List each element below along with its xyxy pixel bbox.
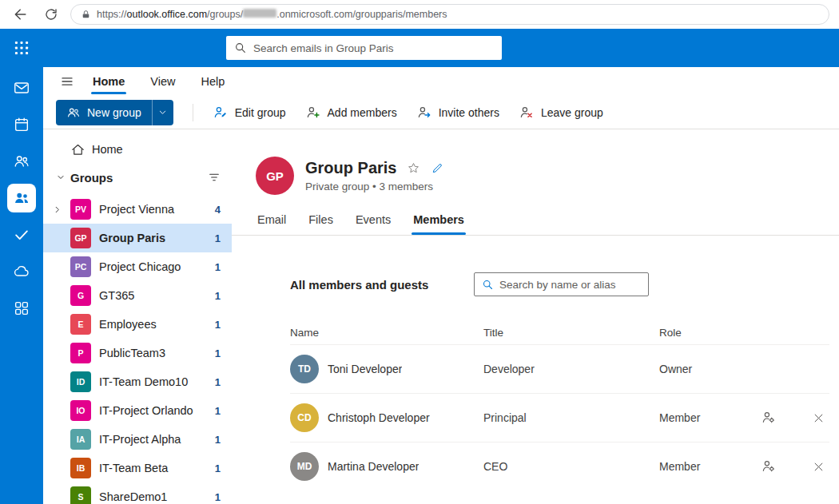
browser-refresh-button[interactable] <box>40 3 62 26</box>
rail-calendar-button[interactable] <box>7 110 36 139</box>
group-list-item[interactable]: GP Group Paris 1 <box>43 224 232 252</box>
tab-email[interactable]: Email <box>246 206 297 235</box>
rail-mail-button[interactable] <box>7 73 36 102</box>
remove-member-button[interactable] <box>809 457 828 476</box>
rail-onedrive-button[interactable] <box>7 257 36 286</box>
menu-item-view[interactable]: View <box>137 67 188 96</box>
member-role: Member <box>659 411 757 424</box>
group-name: IT-Team Demo10 <box>99 375 215 388</box>
leave-group-label: Leave group <box>541 106 603 119</box>
url-path-suffix: .onmicrosoft.com/groupparis/members <box>276 9 447 20</box>
member-row[interactable]: CD Christoph Developer Principal Member <box>290 393 829 442</box>
url-redacted-segment <box>243 9 276 18</box>
toolbar-divider <box>193 104 193 121</box>
member-name: Toni Developer <box>328 363 402 375</box>
tab-events[interactable]: Events <box>344 206 402 235</box>
chevron-right-icon[interactable] <box>50 205 64 214</box>
group-unread-count: 1 <box>215 319 221 331</box>
group-list-item[interactable]: PV Project Vienna 4 <box>43 195 232 224</box>
members-heading: All members and guests <box>290 278 474 292</box>
member-name: Martina Developer <box>328 460 419 473</box>
group-unread-count: 1 <box>215 290 221 302</box>
groups-header-label: Groups <box>70 171 113 185</box>
group-list-item[interactable]: PC Project Chicago 1 <box>43 252 232 281</box>
rail-people-button[interactable] <box>7 147 36 176</box>
member-row-actions <box>757 457 829 476</box>
search-icon <box>482 279 494 291</box>
chevron-down-icon <box>158 108 167 117</box>
menu-bar: Home View Help <box>43 67 839 96</box>
filter-groups-button[interactable] <box>208 171 221 184</box>
member-search-box[interactable] <box>474 272 649 296</box>
refresh-icon <box>44 7 58 22</box>
add-members-button[interactable]: Add members <box>305 105 397 121</box>
new-group-button[interactable]: New group <box>56 100 152 125</box>
rail-groups-button[interactable] <box>7 184 36 212</box>
group-list-item[interactable]: S ShareDemo1 1 <box>43 482 232 504</box>
group-list-item[interactable]: P PublicTeam3 1 <box>43 339 232 367</box>
group-list-item[interactable]: E Employees 1 <box>43 310 232 339</box>
hamburger-menu-button[interactable] <box>54 69 80 94</box>
groups-list: PV Project Vienna 4 GP Group Paris <box>43 195 232 504</box>
group-unread-count: 1 <box>215 462 221 474</box>
member-role-settings-button[interactable] <box>759 457 778 476</box>
group-avatar: GP <box>70 228 91 248</box>
url-domain: outlook.office.com <box>127 9 208 20</box>
group-list-item[interactable]: IA IT-Project Alpha 1 <box>43 425 232 454</box>
edit-group-name-button[interactable] <box>431 162 443 175</box>
new-group-dropdown-button[interactable] <box>152 100 173 125</box>
close-icon <box>813 412 825 424</box>
star-icon <box>407 161 420 175</box>
group-list-item[interactable]: G GT365 1 <box>43 281 232 310</box>
calendar-icon <box>13 116 30 133</box>
home-icon <box>70 142 85 157</box>
edit-group-button[interactable]: Edit group <box>213 105 286 121</box>
global-search-box[interactable] <box>226 36 502 60</box>
leave-group-button[interactable]: Leave group <box>519 105 603 121</box>
group-name: Group Paris <box>99 232 215 244</box>
lock-icon <box>81 10 91 20</box>
leave-group-icon <box>519 105 535 121</box>
rail-todo-button[interactable] <box>7 220 36 249</box>
members-table-header: Name Title Role <box>290 320 829 344</box>
group-avatar: IO <box>70 400 91 421</box>
app-launcher-button[interactable] <box>0 29 43 67</box>
sidebar-groups-header[interactable]: Groups <box>43 163 232 192</box>
menu-item-home[interactable]: Home <box>80 67 137 96</box>
new-group-people-icon <box>66 105 81 120</box>
group-unread-count: 4 <box>215 204 221 216</box>
invite-others-button[interactable]: Invite others <box>416 105 499 121</box>
outlook-groups-app: https://outlook.office.com/groups/.onmic… <box>0 0 839 504</box>
member-name: Christoph Developer <box>328 411 430 424</box>
favorite-group-button[interactable] <box>407 161 420 175</box>
column-header-name: Name <box>290 327 483 339</box>
members-table-body: TD Toni Developer Developer Owner <box>232 344 839 490</box>
group-name: ShareDemo1 <box>99 490 215 503</box>
tab-files[interactable]: Files <box>297 206 344 235</box>
rail-apps-button[interactable] <box>7 294 36 323</box>
sidebar-item-home[interactable]: Home <box>43 136 232 163</box>
group-list-item[interactable]: ID IT-Team Demo10 1 <box>43 367 232 396</box>
url-path: /groups/ <box>207 9 243 20</box>
member-row[interactable]: TD Toni Developer Developer Owner <box>290 344 829 393</box>
member-search-input[interactable] <box>499 279 641 291</box>
group-title: Group Paris <box>305 159 396 177</box>
menu-item-help[interactable]: Help <box>188 67 237 96</box>
group-list-item[interactable]: IO IT-Project Orlando 1 <box>43 396 232 425</box>
group-name: IT-Project Alpha <box>99 433 215 446</box>
member-row[interactable]: MD Martina Developer CEO Member <box>290 442 829 490</box>
folder-sidebar: Home Groups <box>43 129 232 504</box>
global-search-input[interactable] <box>253 42 494 54</box>
address-bar[interactable]: https://outlook.office.com/groups/.onmic… <box>70 4 829 25</box>
tab-members[interactable]: Members <box>402 206 475 235</box>
group-list-item[interactable]: IB IT-Team Beta 1 <box>43 454 232 482</box>
group-unread-count: 1 <box>215 376 221 388</box>
browser-back-button[interactable] <box>10 3 32 26</box>
group-header: GP Group Paris Privat <box>232 129 839 195</box>
invite-others-icon <box>416 105 432 121</box>
remove-member-button[interactable] <box>809 408 828 427</box>
member-role-settings-button[interactable] <box>759 408 778 427</box>
member-title: CEO <box>483 460 659 473</box>
group-tabs: Email Files Events Members <box>232 206 839 236</box>
url-scheme: https:// <box>97 9 127 20</box>
